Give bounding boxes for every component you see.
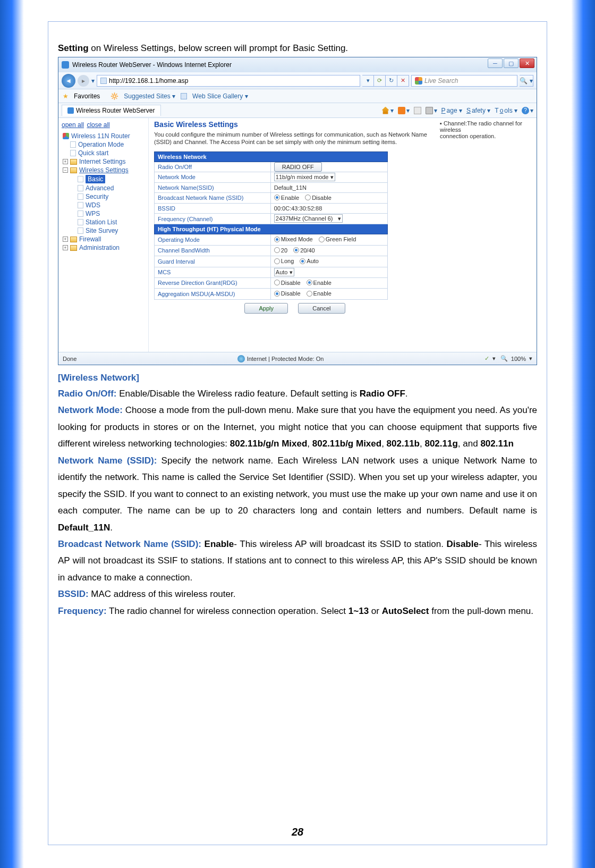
- msdu-enable-radio[interactable]: Enable: [307, 290, 332, 297]
- row-label: Network Name(SSID): [155, 182, 271, 192]
- broadcast-enable-radio[interactable]: Enable: [274, 195, 299, 201]
- msdu-disable-radio[interactable]: Disable: [274, 290, 301, 297]
- expand-icon[interactable]: +: [63, 245, 68, 250]
- minimize-button[interactable]: ─: [488, 58, 503, 68]
- tree-item-advanced[interactable]: Advanced: [76, 184, 145, 192]
- tree-item-firewall[interactable]: +Firewall: [62, 235, 145, 243]
- tree-item-basic[interactable]: Basic: [76, 174, 145, 184]
- status-zone: Internet | Protected Mode: On: [237, 355, 324, 363]
- search-placeholder: Live Search: [424, 77, 458, 85]
- tree-root[interactable]: Wireless 11N Router: [62, 132, 145, 140]
- print-button[interactable]: ▾: [426, 107, 437, 114]
- url-dropdown[interactable]: ▾: [362, 75, 374, 87]
- cancel-button[interactable]: Cancel: [298, 303, 345, 314]
- page-icon: [78, 193, 83, 200]
- open-all-link[interactable]: open all: [62, 121, 84, 129]
- doc-radio: Radio On/Off: Enable/Disable the Wireles…: [58, 385, 537, 402]
- apply-button[interactable]: Apply: [244, 303, 288, 314]
- collapse-icon[interactable]: −: [63, 167, 68, 173]
- gi-long-radio[interactable]: Long: [274, 258, 294, 264]
- panel-title: Basic Wireless Settings: [154, 120, 436, 129]
- help-button[interactable]: ?▾: [522, 107, 533, 114]
- chevron-down-icon[interactable]: ▾: [91, 77, 95, 85]
- browser-tab[interactable]: Wireless Router WebServer: [62, 105, 161, 116]
- bssid-value: 00:0C:43:30:52:88: [270, 204, 387, 214]
- close-all-link[interactable]: close all: [87, 121, 109, 129]
- compat-icon[interactable]: ⟳: [374, 75, 386, 87]
- maximize-button[interactable]: ▢: [504, 58, 518, 68]
- home-button[interactable]: ▾: [382, 107, 394, 114]
- page-icon: [181, 93, 187, 99]
- zoom-controls[interactable]: ✓ ▾ 🔍 100% ▾: [484, 355, 532, 362]
- network-mode-select[interactable]: 11b/g/n mixed mode ▾: [274, 173, 335, 181]
- favorites-label: Favorites: [74, 92, 100, 100]
- rdg-enable-radio[interactable]: Enable: [307, 280, 332, 286]
- doc-bssid: BSSID: MAC address of this wireless rout…: [58, 586, 537, 602]
- refresh-button[interactable]: ↻: [386, 75, 397, 87]
- expand-icon[interactable]: +: [63, 159, 68, 164]
- row-label: Operating Mode: [155, 234, 271, 246]
- page-icon: [78, 219, 83, 225]
- search-button[interactable]: 🔍 ▾: [520, 75, 533, 87]
- folder-icon: [70, 245, 77, 251]
- row-label: Channel BandWidth: [155, 245, 271, 256]
- doc-frequency: Frequency: The radio channel for wireles…: [58, 603, 537, 619]
- web-slice-gallery-link[interactable]: Web Slice Gallery ▾: [192, 92, 248, 100]
- nav-bar: ◄ ▸ ▾ http://192.168.1.1/home.asp ▾ ⟳ ↻ …: [58, 72, 537, 89]
- tools-menu[interactable]: ToToolsols ▾: [495, 107, 517, 114]
- close-button[interactable]: ✕: [520, 58, 534, 68]
- bw-2040-radio[interactable]: 20/40: [293, 247, 315, 254]
- protected-mode-icon: ✓: [484, 355, 489, 362]
- stop-button[interactable]: ✕: [397, 75, 409, 87]
- tree-item-wps[interactable]: WPS: [76, 209, 145, 218]
- rdg-disable-radio[interactable]: Disable: [274, 280, 301, 286]
- forward-button[interactable]: ▸: [78, 75, 89, 87]
- tree-item-wds[interactable]: WDS: [76, 201, 145, 209]
- broadcast-disable-radio[interactable]: Disable: [305, 195, 332, 201]
- ssid-input[interactable]: Default_11N: [274, 184, 307, 191]
- gi-auto-radio[interactable]: Auto: [300, 258, 319, 264]
- feeds-button[interactable]: ▾: [398, 107, 410, 114]
- suggested-sites-icon: 🔆: [110, 92, 118, 100]
- tree-item-site-survey[interactable]: Site Survey: [76, 226, 145, 235]
- page-icon: [100, 78, 107, 84]
- tree-item-quick-start[interactable]: Quick start: [69, 149, 145, 157]
- bw-20-radio[interactable]: 20: [274, 247, 287, 254]
- tree-item-security[interactable]: Security: [76, 192, 145, 201]
- mcs-select[interactable]: Auto ▾: [274, 268, 294, 276]
- tree-item-operation-mode[interactable]: Operation Mode: [69, 140, 145, 149]
- mail-icon: [414, 107, 421, 114]
- search-box[interactable]: Live Search: [411, 75, 517, 87]
- tree-item-internet-settings[interactable]: +Internet Settings: [62, 157, 145, 166]
- expand-icon[interactable]: +: [63, 237, 68, 242]
- page-icon: [70, 150, 76, 156]
- safety-menu[interactable]: SSafetyafety ▾: [466, 107, 490, 114]
- page-icon: [70, 141, 76, 148]
- row-label: Guard Interval: [155, 256, 271, 267]
- suggested-sites-link[interactable]: Suggested Sites ▾: [124, 92, 175, 100]
- doc-mode: Network Mode: Choose a mode from the pul…: [58, 402, 537, 452]
- ie-icon: [62, 61, 69, 69]
- read-mail-button[interactable]: [414, 107, 421, 114]
- intro-line: Setting on Wireless Settings, below scre…: [58, 43, 537, 54]
- opmode-mixed-radio[interactable]: Mixed Mode: [274, 236, 313, 242]
- home-icon: [382, 107, 389, 114]
- tab-icon: [67, 107, 74, 114]
- favorites-star-icon[interactable]: ★: [63, 92, 69, 100]
- row-label: Reverse Direction Grant(RDG): [155, 277, 271, 289]
- window-title: Wireless Router WebServer - Windows Inte…: [72, 61, 232, 69]
- tree-item-station-list[interactable]: Station List: [76, 218, 145, 226]
- page-menu[interactable]: PPageage ▾: [441, 107, 462, 114]
- row-label: Network Mode: [155, 172, 271, 182]
- opmode-green-radio[interactable]: Green Field: [319, 236, 356, 242]
- tree-item-wireless-settings[interactable]: −Wireless Settings: [62, 166, 145, 174]
- page-icon: [78, 227, 83, 234]
- status-bar: Done Internet | Protected Mode: On ✓ ▾ 🔍…: [58, 352, 537, 365]
- folder-icon: [70, 159, 77, 165]
- frequency-select[interactable]: 2437MHz (Channel 6) ▾: [274, 214, 343, 223]
- rss-icon: [398, 107, 405, 114]
- tree-item-administration[interactable]: +Administration: [62, 243, 145, 252]
- back-button[interactable]: ◄: [62, 74, 75, 88]
- radio-off-button[interactable]: RADIO OFF: [274, 162, 322, 172]
- address-bar[interactable]: http://192.168.1.1/home.asp: [97, 75, 360, 87]
